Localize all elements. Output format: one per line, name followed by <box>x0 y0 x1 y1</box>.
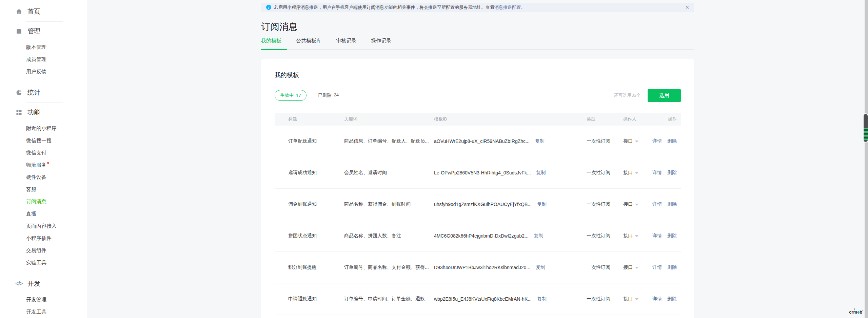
row-title: 申请退款通知 <box>275 296 344 302</box>
detail-link[interactable]: 详情 <box>652 296 662 302</box>
sidebar-item-nearby-mini-programs[interactable]: 附近的小程序 <box>0 122 87 134</box>
table-row: 订单配送通知 商品信息、订单编号、配送人、配送员... aOVuHWrE2ujp… <box>275 126 681 157</box>
sidebar-item-experiment-tools[interactable]: 实验工具 <box>0 257 87 269</box>
sidebar-section-label: 首页 <box>27 7 40 16</box>
sidebar-item-member-management[interactable]: 成员管理 <box>0 53 87 66</box>
copy-link[interactable]: 复制 <box>536 170 546 176</box>
tab-operation-records[interactable]: 操作记录 <box>371 38 397 49</box>
row-type: 一次性订阅 <box>587 233 623 239</box>
tab-my-templates[interactable]: 我的模板 <box>261 38 287 50</box>
copy-link[interactable]: 复制 <box>534 233 544 239</box>
page-scrollbar-thumb[interactable] <box>864 114 868 142</box>
sidebar-item-page-content-access[interactable]: 页面内容接入 <box>0 220 87 232</box>
delete-link[interactable]: 删除 <box>667 264 677 270</box>
sidebar-item-logistics-services[interactable]: 物流服务 <box>0 159 87 171</box>
templates-table: 标题关键词模板ID类型操作人操作 订单配送通知 商品信息、订单编号、配送人、配送… <box>275 113 681 315</box>
sidebar-divider <box>26 83 63 83</box>
sidebar-item-live-streaming[interactable]: 直播 <box>0 208 87 220</box>
delete-link[interactable]: 删除 <box>667 170 677 176</box>
sidebar-item-wechat-pay[interactable]: 微信支付 <box>0 147 87 159</box>
row-title: 订单配送通知 <box>275 138 344 144</box>
row-type: 一次性订阅 <box>587 170 623 176</box>
operator-dropdown[interactable]: 接口 <box>623 296 638 302</box>
sidebar-section-label: 统计 <box>27 88 40 97</box>
sidebar-item-version-management[interactable]: 版本管理 <box>0 41 87 53</box>
detail-link[interactable]: 详情 <box>652 138 662 144</box>
info-icon: i <box>266 5 271 10</box>
operator-dropdown[interactable]: 接口 <box>623 170 638 176</box>
detail-link[interactable]: 详情 <box>652 264 662 270</box>
table-row: 佣金到账通知 商品名称、获得佣金、到账时间 uhsfyh9od1gZsmzfKX… <box>275 189 681 220</box>
sidebar-divider <box>26 102 63 103</box>
delete-link[interactable]: 删除 <box>667 138 677 144</box>
sidebar-section-management[interactable]: 管理 <box>0 26 87 36</box>
sidebar-item-trading-components[interactable]: 交易组件 <box>0 244 87 257</box>
notice-banner: i 若启用小程序消息推送，用户在手机客户端使用订阅消息功能的相关事件，将会推送至… <box>261 3 694 12</box>
push-config-link[interactable]: 消息推送配置。 <box>494 4 525 11</box>
my-templates-panel: 我的模板 生效中 17 已删除 24 还可选用33个 选用 标题关键词模板ID类… <box>261 59 694 318</box>
sidebar-section-development[interactable]: </> 开发 <box>0 279 87 288</box>
filter-active-pill[interactable]: 生效中 17 <box>275 90 307 101</box>
panel-heading: 我的模板 <box>275 71 681 79</box>
home-icon <box>15 8 23 15</box>
filter-deleted[interactable]: 已删除 24 <box>318 92 338 98</box>
page-scrollbar-track[interactable] <box>865 0 868 318</box>
chevron-down-icon <box>635 267 638 269</box>
operator-dropdown[interactable]: 接口 <box>623 201 638 207</box>
copy-link[interactable]: 复制 <box>536 264 545 270</box>
select-template-button[interactable]: 选用 <box>648 89 681 102</box>
sidebar-item-development-management[interactable]: 开发管理 <box>0 294 87 306</box>
column-header: 操作 <box>652 116 681 122</box>
filter-row: 生效中 17 已删除 24 还可选用33个 选用 <box>275 89 681 102</box>
sidebar-item-user-feedback[interactable]: 用户反馈 <box>0 66 87 78</box>
sidebar-item-development-tools[interactable]: 开发工具 <box>0 306 87 318</box>
sidebar-section-label: 开发 <box>27 279 40 288</box>
row-keywords: 商品名称、获得佣金、到账时间 <box>344 201 434 207</box>
table-row: 邀请成功通知 会员姓名、邀请时间 Le-OPwPp2860V5N3-HhRiht… <box>275 157 681 189</box>
tab-review-records[interactable]: 审核记录 <box>336 38 362 49</box>
sidebar-item-mini-program-plugins[interactable]: 小程序插件 <box>0 232 87 244</box>
delete-link[interactable]: 删除 <box>667 296 677 302</box>
delete-link[interactable]: 删除 <box>667 233 677 239</box>
row-title: 拼团状态通知 <box>275 233 344 239</box>
main-content: i 若启用小程序消息推送，用户在手机客户端使用订阅消息功能的相关事件，将会推送至… <box>87 0 868 318</box>
sidebar-section-label: 管理 <box>27 27 40 36</box>
chevron-down-icon <box>635 235 638 237</box>
code-icon: </> <box>15 280 23 287</box>
sidebar-item-wechat-search[interactable]: 微信搜一搜 <box>0 134 87 147</box>
row-title: 邀请成功通知 <box>275 170 344 176</box>
sidebar-item-customer-service[interactable]: 客服 <box>0 183 87 195</box>
sidebar-divider <box>26 21 63 22</box>
chevron-down-icon <box>635 172 638 174</box>
column-header: 类型 <box>587 116 623 122</box>
operator-dropdown[interactable]: 接口 <box>623 233 638 239</box>
row-template-id: Le-OPwPp2860V5N3-HhRihtg4_0SudsJvFk... <box>434 170 531 175</box>
delete-link[interactable]: 删除 <box>667 201 677 207</box>
detail-link[interactable]: 详情 <box>652 170 662 176</box>
sidebar-item-subscription-messages[interactable]: 订阅消息 <box>0 195 87 208</box>
sidebar-section-home[interactable]: 首页 <box>0 7 87 16</box>
sidebar-section-features[interactable]: 功能 <box>0 108 87 117</box>
row-template-id: aOVuHWrE2ujp8-uX_ciR59NABuZbIRgZhc... <box>434 138 530 144</box>
copy-link[interactable]: 复制 <box>537 201 547 207</box>
table-header-row: 标题关键词模板ID类型操作人操作 <box>275 113 681 126</box>
row-type: 一次性订阅 <box>587 201 623 207</box>
operator-dropdown[interactable]: 接口 <box>623 264 638 270</box>
copy-link[interactable]: 复制 <box>537 296 547 302</box>
banner-close-icon[interactable]: ✕ <box>685 5 689 10</box>
copy-link[interactable]: 复制 <box>535 138 545 144</box>
chevron-down-icon <box>635 298 638 300</box>
deleted-count: 24 <box>334 92 338 98</box>
detail-link[interactable]: 详情 <box>652 201 662 207</box>
row-keywords: 订单编号、申请时间、订单金额、退款... <box>344 296 434 302</box>
sidebar-item-hardware-devices[interactable]: 硬件设备 <box>0 171 87 183</box>
row-keywords: 订单编号、商品名称、支付金额、获得... <box>344 264 434 270</box>
crmeb-logo[interactable]: crmeb° <box>849 310 863 314</box>
detail-link[interactable]: 详情 <box>652 233 662 239</box>
tab-public-template-library[interactable]: 公共模板库 <box>296 38 327 49</box>
sidebar-section-statistics[interactable]: 统计 <box>0 88 87 97</box>
red-dot-badge <box>47 162 49 164</box>
row-keywords: 会员姓名、邀请时间 <box>344 170 434 176</box>
operator-dropdown[interactable]: 接口 <box>623 138 638 144</box>
active-count: 17 <box>296 93 301 98</box>
